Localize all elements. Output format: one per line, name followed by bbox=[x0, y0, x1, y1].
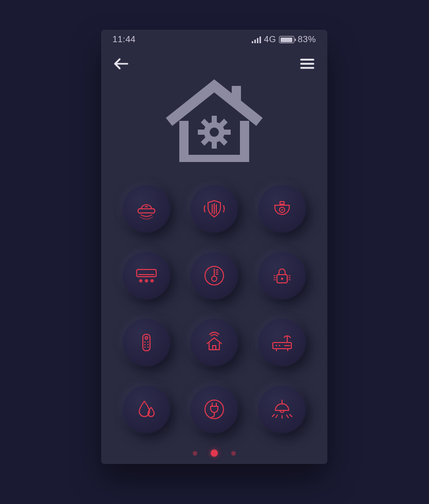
thermometer-icon bbox=[202, 263, 227, 288]
svg-point-44 bbox=[281, 277, 283, 279]
svg-point-53 bbox=[144, 341, 146, 343]
water-drop-icon bbox=[134, 397, 159, 422]
power-plug-button[interactable] bbox=[191, 386, 238, 433]
svg-point-9 bbox=[210, 128, 219, 137]
controls-grid bbox=[113, 174, 316, 443]
page-dot-1[interactable] bbox=[211, 449, 218, 457]
power-plug-icon bbox=[202, 397, 227, 422]
svg-point-39 bbox=[212, 276, 217, 281]
svg-point-62 bbox=[279, 345, 281, 346]
cctv-camera-icon bbox=[270, 196, 294, 221]
hero-logo bbox=[113, 76, 316, 174]
status-time: 11:44 bbox=[113, 34, 136, 45]
svg-point-54 bbox=[147, 341, 149, 343]
svg-point-56 bbox=[147, 344, 149, 345]
ceiling-light-button[interactable] bbox=[258, 386, 306, 433]
security-shield-button[interactable] bbox=[191, 185, 238, 232]
svg-point-55 bbox=[144, 344, 146, 345]
robot-vacuum-icon bbox=[134, 196, 159, 221]
router-button[interactable] bbox=[258, 319, 306, 366]
svg-point-52 bbox=[145, 336, 148, 339]
remote-button[interactable] bbox=[123, 319, 170, 366]
phone-frame: 11:44 4G 83% bbox=[101, 30, 327, 464]
water-button[interactable] bbox=[123, 386, 170, 433]
svg-point-61 bbox=[276, 345, 277, 346]
svg-rect-7 bbox=[179, 155, 249, 162]
svg-point-23 bbox=[282, 209, 283, 210]
svg-rect-24 bbox=[137, 269, 156, 277]
cctv-button[interactable] bbox=[258, 185, 306, 232]
signal-icon bbox=[252, 36, 261, 43]
status-battery: 83% bbox=[297, 34, 316, 45]
svg-rect-10 bbox=[212, 116, 217, 123]
svg-line-73 bbox=[290, 415, 292, 417]
svg-line-74 bbox=[276, 415, 277, 418]
svg-line-75 bbox=[287, 415, 288, 418]
ac-button[interactable] bbox=[123, 252, 170, 299]
page-indicator bbox=[113, 443, 316, 464]
lock-icon bbox=[270, 263, 294, 288]
status-network: 4G bbox=[264, 34, 276, 45]
status-bar: 11:44 4G 83% bbox=[113, 30, 316, 49]
svg-rect-11 bbox=[212, 141, 217, 149]
battery-icon bbox=[279, 36, 294, 43]
page-dot-2[interactable] bbox=[231, 451, 236, 456]
svg-rect-12 bbox=[198, 130, 205, 135]
svg-rect-13 bbox=[223, 130, 231, 135]
lock-button[interactable] bbox=[258, 252, 306, 299]
remote-control-icon bbox=[134, 330, 159, 355]
page-dot-0[interactable] bbox=[193, 451, 197, 456]
back-button[interactable] bbox=[113, 55, 130, 73]
svg-point-57 bbox=[144, 346, 146, 348]
security-shield-icon bbox=[202, 196, 227, 221]
ac-unit-icon bbox=[134, 263, 159, 288]
ceiling-light-icon bbox=[269, 397, 295, 422]
menu-button[interactable] bbox=[299, 55, 316, 73]
nav-bar bbox=[113, 49, 316, 76]
svg-line-71 bbox=[272, 415, 274, 417]
robot-vacuum-button[interactable] bbox=[123, 185, 170, 232]
router-icon bbox=[269, 330, 295, 355]
svg-rect-59 bbox=[213, 346, 216, 350]
svg-point-58 bbox=[147, 346, 149, 348]
thermometer-button[interactable] bbox=[191, 252, 238, 299]
smart-home-icon bbox=[202, 330, 227, 355]
smart-home-button[interactable] bbox=[191, 319, 238, 366]
house-gear-icon bbox=[164, 79, 265, 165]
